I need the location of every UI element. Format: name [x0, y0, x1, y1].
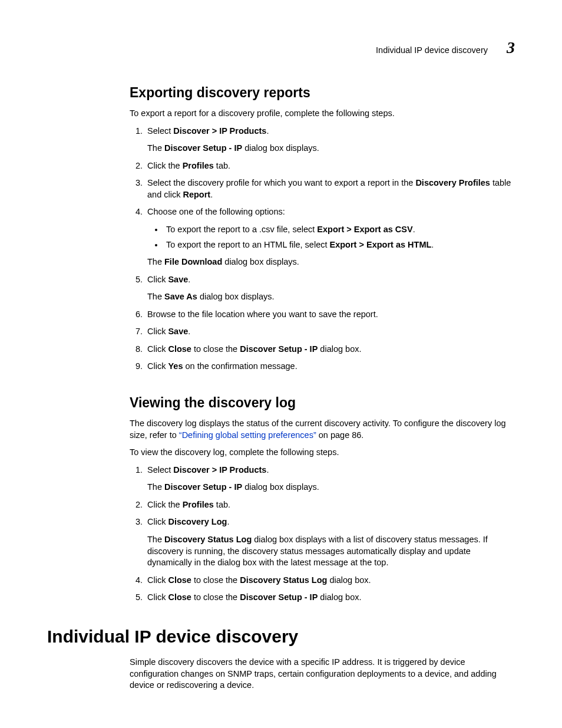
step-text: Select Discover > IP Products.	[147, 126, 269, 136]
step-text: Click Save.	[147, 327, 190, 336]
step-text: Select Discover > IP Products.	[147, 465, 269, 475]
step-6: Browse to the file location where you wa…	[145, 309, 515, 321]
step-text: Choose one of the following options:	[147, 207, 285, 216]
step-sub: The Save As dialog box displays.	[147, 291, 515, 303]
step-5: Click Close to close the Discover Setup …	[145, 592, 515, 604]
running-title: Individual IP device discovery	[376, 45, 488, 57]
step-sub: The Discovery Status Log dialog box disp…	[147, 534, 515, 569]
step-2: Click the Profiles tab.	[145, 160, 515, 172]
step-3: Select the discovery profile for which y…	[145, 177, 515, 200]
intro-text-2: To view the discovery log, complete the …	[130, 447, 515, 459]
option-html: To export the report to an HTML file, se…	[164, 239, 515, 251]
steps-list-exporting: Select Discover > IP Products. The Disco…	[130, 126, 515, 373]
xref-defining-global-setting-preferences[interactable]: “Defining global setting preferences”	[179, 430, 316, 440]
step-text: Select the discovery profile for which y…	[147, 178, 511, 199]
step-text: Click Close to close the Discover Setup …	[147, 592, 362, 602]
step-text: Click the Profiles tab.	[147, 500, 230, 509]
body-text: Simple discovery discovers the device wi…	[130, 657, 515, 691]
step-4-options: To export the report to a .csv file, sel…	[147, 224, 515, 251]
step-text: Click Save.	[147, 275, 190, 284]
step-sub: The File Download dialog box displays.	[147, 256, 515, 268]
option-csv: To export the report to a .csv file, sel…	[164, 224, 515, 236]
step-text: Click Close to close the Discover Setup …	[147, 344, 362, 354]
step-4: Choose one of the following options: To …	[145, 206, 515, 268]
chapter-number: 3	[507, 37, 515, 59]
step-1: Select Discover > IP Products. The Disco…	[145, 126, 515, 154]
steps-list-viewing-log: Select Discover > IP Products. The Disco…	[130, 465, 515, 604]
step-text: Click the Profiles tab.	[147, 161, 230, 170]
step-4: Click Close to close the Discovery Statu…	[145, 575, 515, 587]
intro-text: The discovery log displays the status of…	[130, 418, 515, 441]
step-sub: The Discover Setup - IP dialog box displ…	[147, 143, 515, 154]
running-header: Individual IP device discovery 3	[376, 37, 515, 59]
step-1: Select Discover > IP Products. The Disco…	[145, 465, 515, 493]
heading-individual-ip-device-discovery: Individual IP device discovery	[47, 625, 515, 649]
step-7: Click Save.	[145, 326, 515, 338]
heading-exporting-discovery-reports: Exporting discovery reports	[130, 84, 515, 102]
step-text: Browse to the file location where you wa…	[147, 309, 378, 319]
step-text: Click Close to close the Discovery Statu…	[147, 575, 371, 585]
intro-text: To export a report for a discovery profi…	[130, 108, 515, 120]
step-8: Click Close to close the Discover Setup …	[145, 344, 515, 355]
step-2: Click the Profiles tab.	[145, 499, 515, 511]
step-text: Click Yes on the confirmation message.	[147, 361, 297, 371]
step-5: Click Save. The Save As dialog box displ…	[145, 274, 515, 303]
step-3: Click Discovery Log. The Discovery Statu…	[145, 516, 515, 568]
step-sub: The Discover Setup - IP dialog box displ…	[147, 482, 515, 493]
step-text: Click Discovery Log.	[147, 517, 229, 526]
step-9: Click Yes on the confirmation message.	[145, 361, 515, 373]
heading-viewing-discovery-log: Viewing the discovery log	[130, 394, 515, 412]
page: Individual IP device discovery 3 Exporti…	[0, 0, 562, 728]
page-content: Exporting discovery reports To export a …	[130, 84, 515, 691]
